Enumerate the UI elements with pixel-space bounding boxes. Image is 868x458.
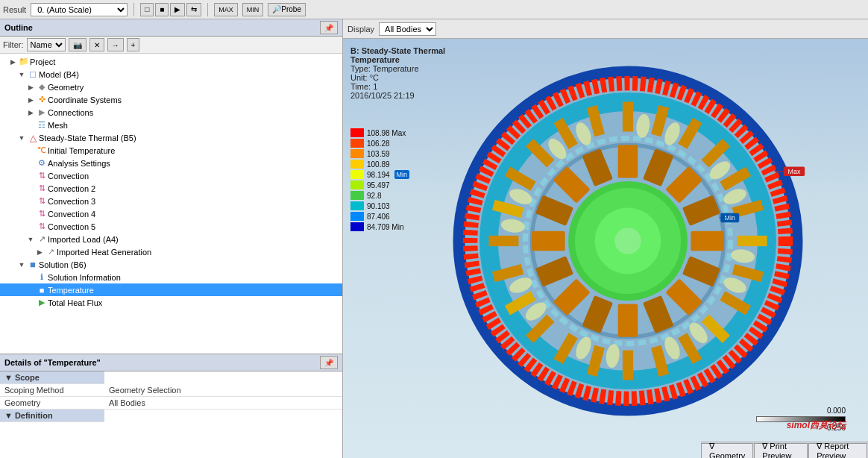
tab-report-preview-label: ∇ Report Preview	[817, 442, 859, 458]
tree-toggle-conv3	[25, 198, 36, 205]
connections-icon: ▶	[36, 107, 48, 118]
result-label: Result	[3, 5, 26, 14]
geometry-value: All Bodies	[104, 397, 342, 410]
legend-val-9: 84.709 Min	[367, 223, 403, 231]
legend-row-0: 108.98 Max	[350, 128, 409, 138]
tree-item-imported-load[interactable]: ▼ ↗ Imported Load (A4)	[0, 233, 342, 245]
tree-toggle-temperature	[25, 286, 36, 294]
svg-rect-36	[532, 231, 564, 251]
outline-pin-button[interactable]: 📌	[320, 21, 338, 34]
legend-row-6: 92.8	[350, 190, 409, 201]
max-text: Max	[788, 168, 801, 175]
legend-val-1: 106.28	[367, 139, 390, 148]
details-table: ▼ Scope Scoping Method Geometry Selectio…	[0, 371, 342, 458]
legend-color-4	[350, 170, 364, 179]
sol-info-icon: ℹ	[36, 272, 48, 283]
project-icon: 📁	[18, 57, 30, 67]
tree-toggle-analysis	[25, 160, 36, 167]
legend-color-5	[350, 181, 364, 189]
tab-report-preview[interactable]: ∇ Report Preview	[808, 443, 867, 458]
tree-item-temperature[interactable]: ■ Temperature	[0, 283, 342, 296]
filter-btn1[interactable]: 📷	[69, 38, 87, 51]
filter-label: Filter:	[3, 40, 24, 49]
tree-label-init-temp: Initial Temperature	[48, 146, 115, 155]
tab-print-preview[interactable]: ∇ Print Preview	[754, 443, 808, 458]
geometry-icon: ◆	[36, 82, 48, 92]
left-panel: Outline 📌 Filter: Name 📷 ✕ → + ▶ 📁 Proje…	[0, 19, 343, 458]
legend-val-5: 95.497	[367, 181, 390, 189]
filter-btn4[interactable]: +	[127, 38, 140, 51]
svg-rect-0	[623, 101, 633, 131]
tree-item-geometry[interactable]: ▶ ◆ Geometry	[0, 81, 342, 93]
geometry-label: Geometry	[0, 397, 104, 410]
tree-item-conv4[interactable]: ⇅ Convection 4	[0, 207, 342, 220]
toolbar-btn-arrows[interactable]: ⇆	[186, 3, 201, 16]
scope-toggle: ▼	[4, 373, 13, 382]
tree-item-conv3[interactable]: ⇅ Convection 3	[0, 195, 342, 207]
tree-item-model[interactable]: ▼ □ Model (B4)	[0, 68, 342, 81]
tree-item-solution[interactable]: ▼ ■ Solution (B6)	[0, 258, 342, 271]
tree-item-sol-info[interactable]: ℹ Solution Information	[0, 271, 342, 283]
tree-toggle-conv4	[25, 210, 36, 218]
toolbar-btn-max[interactable]: MAX	[214, 3, 238, 16]
filter-btn2[interactable]: ✕	[89, 38, 104, 51]
tree-item-analysis[interactable]: ⚙ Analysis Settings	[0, 157, 342, 169]
tab-geometry[interactable]: ∇ Geometry	[701, 443, 753, 458]
tree-item-thermal[interactable]: ▼ △ Steady-State Thermal (B5)	[0, 131, 342, 144]
conv3-icon: ⇅	[36, 196, 48, 207]
tree-label-analysis: Analysis Settings	[48, 159, 110, 168]
model-icon: □	[27, 69, 39, 80]
conv4-icon: ⇅	[36, 209, 48, 219]
legend-row-9: 84.709 Min	[350, 222, 409, 232]
tree-item-heat-flux[interactable]: ▶ Total Heat Flux	[0, 296, 342, 309]
tree-item-conv5[interactable]: ⇅ Convection 5	[0, 220, 342, 233]
tree-item-project[interactable]: ▶ 📁 Project	[0, 55, 342, 68]
legend-color-0	[350, 128, 364, 137]
toolbar-icons: □ ■ ▶ ⇆	[140, 3, 201, 16]
conv1-icon: ⇅	[36, 171, 48, 181]
svg-rect-18	[488, 236, 518, 246]
result-select[interactable]: 0. (Auto Scale)	[31, 3, 128, 16]
mesh-icon: ☶	[36, 120, 48, 131]
tree-item-conv1[interactable]: ⇅ Convection	[0, 169, 342, 182]
scale-val-0: 0.000	[827, 407, 846, 415]
details-row-scoping: Scoping Method Geometry Selection	[0, 384, 342, 397]
legend-row-1: 106.28	[350, 138, 409, 148]
tree-label-conv3: Convection 3	[48, 197, 95, 206]
tree-item-imported-heat[interactable]: ▶ ↗ Imported Heat Generation	[0, 245, 342, 258]
toolbar-btn-chart[interactable]: ▶	[170, 3, 185, 16]
legend-row-8: 87.406	[350, 211, 409, 222]
filter-select[interactable]: Name	[27, 38, 66, 51]
temperature-icon: ■	[36, 285, 48, 295]
filter-btn3[interactable]: →	[107, 38, 124, 51]
tree-label-conv1: Convection	[48, 172, 89, 181]
tree-label-coord: Coordinate Systems	[48, 95, 122, 104]
tree-item-init-temp[interactable]: ℃ Initial Temperature	[0, 144, 342, 157]
details-title: Details of "Temperature"	[4, 358, 101, 367]
legend-color-7	[350, 201, 364, 210]
toolbar-btn-color[interactable]: ■	[155, 3, 169, 16]
tree-toggle-imported-load: ▼	[25, 236, 36, 243]
legend-row-3: 100.89	[350, 159, 409, 169]
tree-item-coord[interactable]: ▶ ✜ Coordinate Systems	[0, 93, 342, 106]
tree-item-mesh[interactable]: ☶ Mesh	[0, 119, 342, 131]
outline-header: Outline 📌	[0, 19, 342, 37]
outline-panel: Outline 📌 Filter: Name 📷 ✕ → + ▶ 📁 Proje…	[0, 19, 342, 354]
scoping-method-label: Scoping Method	[0, 384, 104, 397]
analysis-icon: ⚙	[36, 158, 48, 169]
outline-title: Outline	[4, 23, 33, 32]
section-definition-label: ▼ Definition	[0, 410, 104, 422]
toolbar-btn-cube[interactable]: □	[140, 3, 154, 16]
svg-rect-12	[623, 351, 633, 380]
legend-color-2	[350, 149, 364, 158]
tree-item-conv2[interactable]: ⇅ Convection 2	[0, 182, 342, 195]
watermark: simol西莫论坛	[787, 419, 846, 432]
toolbar-btn-min[interactable]: MIN	[242, 3, 264, 16]
display-select[interactable]: All Bodies	[379, 22, 436, 36]
tree-item-connections[interactable]: ▶ ▶ Connections	[0, 106, 342, 119]
details-pin-button[interactable]: 📌	[320, 356, 338, 369]
probe-button[interactable]: 🔎 Probe	[268, 3, 306, 16]
tree-label-mesh: Mesh	[48, 121, 68, 130]
tree-toggle-model: ▼	[16, 71, 27, 78]
tree-label-conv5: Convection 5	[48, 222, 95, 231]
